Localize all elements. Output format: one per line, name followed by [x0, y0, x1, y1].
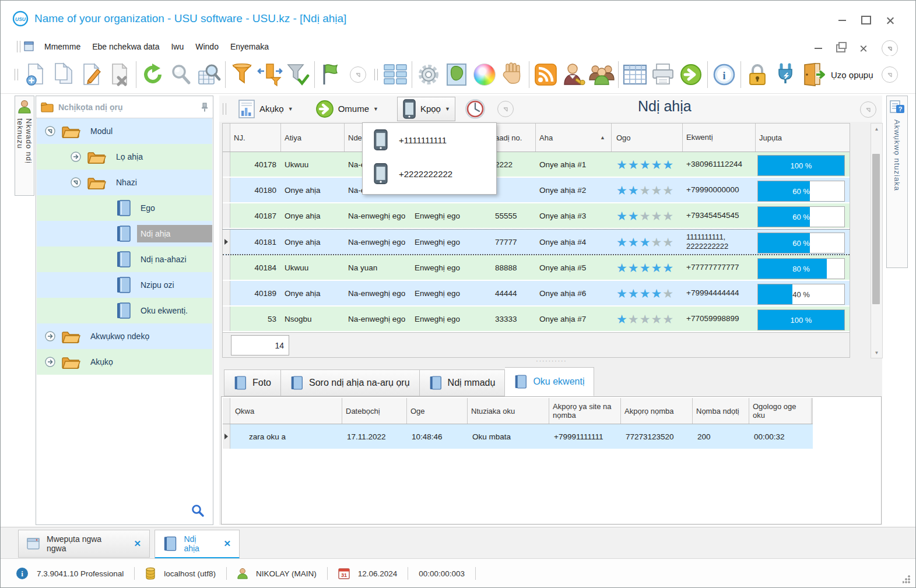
- search-icon[interactable]: [167, 60, 195, 89]
- call-row-selected[interactable]: zara oku a 17.11.2022 10:48:46 Oku mbata…: [223, 424, 813, 449]
- customer-row[interactable]: 40178 Ukwuu Na-enweghị ego 2222 Onye ahị…: [223, 152, 850, 178]
- manual-side-tab[interactable]: ? Akwụkwọ ntuziaka: [886, 96, 908, 268]
- close-icon[interactable]: [886, 16, 894, 24]
- search-grid-icon[interactable]: [195, 60, 223, 89]
- tree-item-ndi-ahia[interactable]: Ndị ahịa: [37, 221, 212, 247]
- tab-foto[interactable]: Foto: [224, 369, 281, 396]
- tree-item-ndi-na-ahazi[interactable]: Ndị na-ahazi: [37, 247, 212, 272]
- go-next-icon[interactable]: [677, 60, 705, 89]
- close-tab-icon[interactable]: ✕: [223, 538, 231, 549]
- lock-icon[interactable]: [743, 60, 771, 89]
- map-icon[interactable]: [443, 60, 471, 89]
- column-header-aha[interactable]: Aha▲: [536, 124, 612, 152]
- users-group-icon[interactable]: [588, 60, 616, 89]
- column-header-date[interactable]: Datebọchị: [342, 398, 407, 424]
- splitter-handle[interactable]: ··········: [534, 359, 569, 362]
- scroll-up-icon[interactable]: ▲: [871, 124, 882, 134]
- scroll-down-icon[interactable]: ▼: [871, 347, 882, 358]
- settings-gear-icon[interactable]: [415, 60, 443, 89]
- printer-icon[interactable]: [649, 60, 677, 89]
- menu-grip[interactable]: [17, 41, 20, 52]
- menu-item-mmemme[interactable]: Mmemme: [38, 40, 86, 54]
- report-button[interactable]: Akụkọ▼: [233, 97, 298, 121]
- flag-icon[interactable]: [317, 60, 345, 89]
- collapse-icon[interactable]: [71, 152, 81, 162]
- tab-soro-ndi-ahia[interactable]: Soro ndị ahịa na-arụ ọrụ: [281, 369, 420, 396]
- tree-item-akuko[interactable]: Akụkọ: [37, 349, 212, 375]
- column-header-phone[interactable]: Ekwentị: [683, 124, 756, 152]
- column-header-okwa[interactable]: Ọkwa: [230, 398, 342, 424]
- filter-icon[interactable]: [228, 60, 256, 89]
- scroll-thumb[interactable]: [872, 154, 880, 304]
- tree-item-label[interactable]: Ndị na-ahazi: [137, 251, 190, 268]
- minimize-icon[interactable]: [838, 20, 846, 21]
- tab-ndi-mmadu[interactable]: Ndị mmadụ: [420, 369, 506, 396]
- tree-item-oku-ekwenti[interactable]: Oku ekwentị.: [37, 298, 212, 323]
- timer-clock-icon[interactable]: [462, 94, 488, 124]
- tree-item-ego[interactable]: Ego: [37, 195, 212, 221]
- hand-icon[interactable]: [499, 60, 527, 89]
- column-header-nj[interactable]: NJ.: [230, 124, 281, 152]
- collapse-icon[interactable]: [45, 331, 55, 341]
- support-side-tab[interactable]: Nkwado ndị teknuzu: [15, 96, 34, 196]
- customer-row[interactable]: 40187 Onye ahịa Na-enweghị ego Enweghị e…: [223, 203, 850, 229]
- tree-item-label[interactable]: Modul: [87, 122, 116, 140]
- tree-item-nzipu-ozi[interactable]: Nzipu ozi: [37, 272, 212, 298]
- column-header-oge[interactable]: Oge: [407, 398, 468, 424]
- customer-row-selected[interactable]: 40181 Onye ahịa Na-enweghị ego Enweghị e…: [223, 229, 850, 255]
- column-header-atiya[interactable]: Atiya: [281, 124, 345, 152]
- refresh-icon[interactable]: [139, 60, 167, 89]
- customer-row[interactable]: 40189 Onye ahịa Na-enweghị ego Enweghị e…: [223, 281, 850, 307]
- close-tab-icon[interactable]: ✕: [134, 538, 141, 549]
- toolbar-more-chevron-icon[interactable]: [350, 66, 366, 83]
- customer-row[interactable]: 53 Nsogbu Na-enweghị ego Enweghị ego 333…: [223, 307, 850, 332]
- column-header-to[interactable]: Akpọrọ nọmba: [621, 398, 693, 424]
- tab-oku-ekwenti[interactable]: Oku ekwentị: [505, 367, 594, 396]
- tree-item-label-selected[interactable]: Ndị ahịa: [137, 225, 212, 242]
- tree-item-label[interactable]: Lọ ahịa: [113, 148, 146, 166]
- filter-columns-icon[interactable]: [256, 60, 284, 89]
- customer-row[interactable]: 40180 Onye ahịa Na-enweghị ego Onye ahịa…: [223, 178, 850, 203]
- info-icon[interactable]: i: [710, 60, 738, 89]
- customer-row[interactable]: 40184 Ukwuu Na yuan Enweghị ego 88888 On…: [223, 255, 850, 281]
- expand-icon[interactable]: [45, 126, 55, 136]
- column-header-juputa[interactable]: Jupụta: [756, 124, 848, 152]
- delete-record-icon[interactable]: [106, 60, 134, 89]
- menu-item-database[interactable]: Ebe nchekwa data: [86, 40, 165, 54]
- panel-collapse-chevron-icon[interactable]: [860, 101, 876, 118]
- column-header-duration[interactable]: Ogologo oge oku: [749, 398, 812, 424]
- tree-item-lo-ahia[interactable]: Lọ ahịa: [37, 144, 212, 170]
- column-header-ogo[interactable]: Ogo: [612, 124, 683, 152]
- tree-item-label[interactable]: Akụkọ: [87, 353, 117, 371]
- exit-label[interactable]: Ụzọ ọpụpụ: [831, 70, 873, 80]
- expand-icon[interactable]: [71, 177, 81, 188]
- table-scrollbar[interactable]: ▲ ▼: [871, 123, 883, 358]
- module-toolbar-grip[interactable]: [223, 103, 226, 115]
- menu-item-enyemaka[interactable]: Enyemaka: [224, 40, 275, 54]
- pin-icon[interactable]: [201, 103, 208, 112]
- mdi-restore-icon[interactable]: [836, 44, 845, 52]
- collapse-icon[interactable]: [45, 357, 55, 367]
- rss-feed-icon[interactable]: [532, 60, 560, 89]
- column-header-ext[interactable]: Nọmba ndọtị: [693, 398, 749, 424]
- column-header-ntuziaka[interactable]: Ntuziaka oku: [468, 398, 549, 424]
- toolbar-grip[interactable]: [15, 69, 18, 80]
- mdi-close-icon[interactable]: [860, 45, 868, 52]
- layout-grid-icon[interactable]: [381, 60, 409, 89]
- user-key-icon[interactable]: [560, 60, 588, 89]
- filter-apply-icon[interactable]: [284, 60, 312, 89]
- window-tab-quick-launch[interactable]: Mwepụta ngwa ngwa ✕: [18, 530, 150, 558]
- toolbar-overflow-chevron-icon[interactable]: [882, 66, 898, 83]
- column-header-from[interactable]: Akpọrọ ya site na nọmba: [549, 398, 621, 424]
- color-wheel-icon[interactable]: [471, 60, 499, 89]
- resize-grip[interactable]: [903, 575, 911, 583]
- sidebar-search-icon[interactable]: [191, 504, 205, 517]
- table-grid-icon[interactable]: [621, 60, 649, 89]
- edit-record-icon[interactable]: [78, 60, 106, 89]
- module-toolbar-chevron-icon[interactable]: [497, 101, 514, 117]
- mdi-chevron-icon[interactable]: [882, 40, 898, 57]
- plugin-icon[interactable]: [771, 60, 799, 89]
- actions-button[interactable]: Omume▼: [311, 97, 383, 121]
- call-dropdown-item[interactable]: +2222222222: [363, 157, 496, 191]
- call-button[interactable]: Kpọọ▼: [397, 97, 455, 121]
